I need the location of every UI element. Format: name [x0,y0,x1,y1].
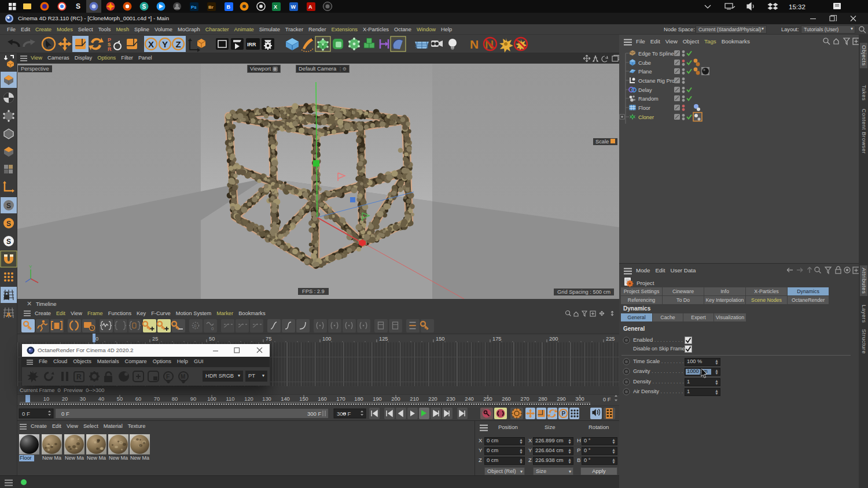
svg-text:0: 0 [211,326,214,331]
svg-text:Y: Y [162,39,168,49]
svg-text:260: 260 [502,396,511,402]
svg-text:150: 150 [436,336,445,342]
svg-text:60: 60 [135,396,141,402]
svg-text:270: 270 [520,396,529,402]
svg-text:220: 220 [428,396,437,402]
svg-text:175: 175 [492,336,502,342]
svg-text:50: 50 [209,336,215,342]
svg-text:210: 210 [410,396,419,402]
svg-text:240: 240 [465,396,474,402]
svg-text:S: S [142,3,146,10]
svg-text:X: X [148,39,154,49]
svg-text:F: F [166,374,170,380]
svg-text:Cloner: Cloner [638,114,654,120]
svg-text:0: 0 [194,323,197,328]
svg-text:X: X [274,4,277,10]
svg-text:S: S [6,220,11,228]
svg-text:A: A [308,4,312,10]
svg-text:280: 280 [538,396,547,402]
svg-text:Br: Br [208,5,214,10]
svg-text:IRR: IRR [247,42,256,47]
svg-text:230: 230 [446,396,455,402]
svg-text:Octane Rig Pro: Octane Rig Pro [638,78,675,84]
svg-text:125: 125 [379,336,388,342]
svg-text:30: 30 [80,396,86,402]
svg-text:130: 130 [262,396,271,402]
svg-text:200: 200 [549,336,558,342]
svg-text:70: 70 [154,396,160,402]
svg-text:170: 170 [336,396,345,402]
svg-text:20: 20 [62,396,68,402]
svg-text:S: S [76,2,80,10]
svg-text:0 F: 0 F [22,411,30,417]
svg-text:40: 40 [98,396,104,402]
svg-text:75: 75 [266,336,271,342]
svg-text:110: 110 [226,396,235,402]
svg-text:10: 10 [43,396,49,402]
svg-text:0 F: 0 F [603,397,611,402]
svg-text:120: 120 [244,396,253,402]
svg-text:Edge To Spline: Edge To Spline [638,51,674,57]
svg-text:0 F: 0 F [61,411,69,417]
svg-text:Ps: Ps [191,5,197,10]
svg-text:90: 90 [190,396,196,402]
svg-text:Floor: Floor [638,105,650,111]
svg-text:25: 25 [152,336,158,342]
svg-text:S: S [6,238,11,246]
svg-text:Y: Y [29,264,32,269]
svg-text:300 F: 300 F [307,411,321,417]
svg-text:Cube: Cube [638,60,651,66]
svg-text:Plane: Plane [638,69,652,75]
svg-text:0: 0 [95,336,98,342]
svg-text:15:32: 15:32 [789,3,806,10]
svg-text:190: 190 [373,396,382,402]
svg-text:S: S [6,202,11,210]
svg-text:160: 160 [318,396,327,402]
svg-text:Z: Z [175,39,181,49]
svg-text:W: W [291,4,296,10]
svg-text:P: P [562,411,566,417]
svg-text:N: N [470,38,479,51]
svg-text:80: 80 [172,396,178,402]
svg-text:Delay: Delay [638,87,652,93]
svg-text:R: R [76,373,82,381]
svg-text:225: 225 [606,336,615,342]
svg-text:B: B [227,4,231,10]
svg-text:180: 180 [354,396,363,402]
svg-text:Random: Random [638,96,659,102]
svg-text:290: 290 [557,396,566,402]
svg-text:M: M [181,374,185,380]
svg-text:140: 140 [281,396,290,402]
svg-text:R: R [108,46,112,52]
svg-text:100: 100 [322,336,332,342]
